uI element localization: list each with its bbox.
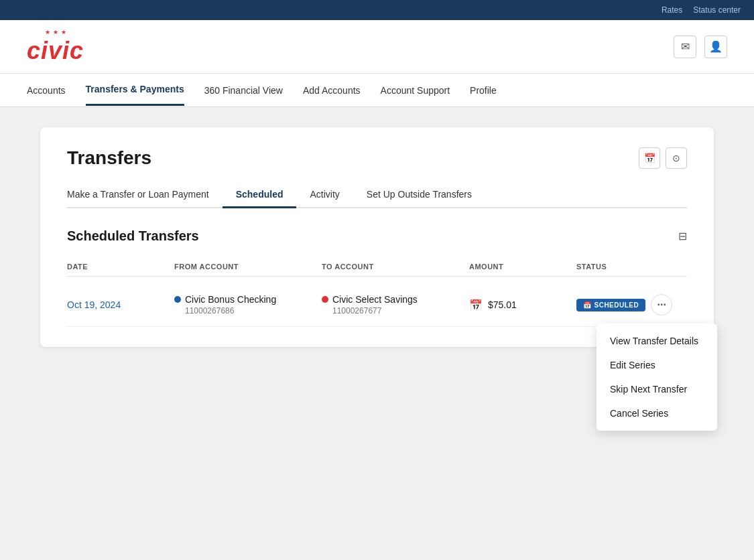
tab-scheduled[interactable]: Scheduled [223, 182, 297, 208]
user-button[interactable]: 👤 [704, 36, 727, 58]
user-icon: 👤 [709, 40, 722, 53]
header: ★ ★ ★ civic ✉ 👤 [0, 20, 754, 74]
filter-icon[interactable]: ⊟ [678, 230, 687, 242]
dropdown-menu: View Transfer Details Edit Series Skip N… [596, 324, 717, 431]
table-row: Oct 19, 2024 Civic Bonus Checking 110002… [67, 283, 687, 327]
calendar-icon-button[interactable]: 📅 [639, 147, 660, 169]
dropdown-skip-transfer[interactable]: Skip Next Transfer [596, 377, 717, 401]
status-badge-text: SCHEDULED [594, 301, 639, 309]
section-header: Scheduled Transfers ⊟ [67, 228, 687, 244]
logo-text: civic [27, 37, 84, 65]
mail-button[interactable]: ✉ [674, 36, 696, 58]
card-header: Transfers 📅 ⊙ [67, 147, 687, 169]
tab-activity[interactable]: Activity [296, 182, 353, 207]
card-action-icons: 📅 ⊙ [639, 147, 687, 169]
tab-outside-transfers[interactable]: Set Up Outside Transfers [353, 182, 485, 207]
from-account-name-text: Civic Bonus Checking [185, 294, 276, 305]
nav-item-accounts[interactable]: Accounts [27, 76, 66, 105]
amount-calendar-icon: 📅 [469, 299, 483, 311]
from-account-num: 11000267686 [174, 306, 322, 316]
nav-item-add-accounts[interactable]: Add Accounts [303, 76, 361, 105]
col-header-to: TO ACCOUNT [322, 263, 469, 271]
table-header: DATE FROM ACCOUNT TO ACCOUNT AMOUNT STAT… [67, 257, 687, 277]
to-account-num: 11000267677 [322, 306, 469, 316]
tab-make-transfer[interactable]: Make a Transfer or Loan Payment [67, 182, 223, 207]
to-account-name: Civic Select Savings [322, 294, 469, 305]
header-icons: ✉ 👤 [674, 36, 727, 58]
dropdown-cancel-series[interactable]: Cancel Series [596, 401, 717, 425]
nav-item-transfers[interactable]: Transfers & Payments [86, 74, 184, 106]
col-header-from: FROM ACCOUNT [174, 263, 322, 271]
nav-item-account-support[interactable]: Account Support [381, 76, 450, 105]
main-content: Transfers 📅 ⊙ Make a Transfer or Loan Pa… [0, 107, 754, 367]
transfers-card: Transfers 📅 ⊙ Make a Transfer or Loan Pa… [40, 127, 714, 347]
section-title: Scheduled Transfers [67, 228, 199, 244]
page-title: Transfers [67, 147, 151, 169]
logo: ★ ★ ★ civic [27, 29, 84, 65]
mail-icon: ✉ [681, 40, 690, 53]
to-account-name-text: Civic Select Savings [332, 294, 418, 305]
transfer-amount: $75.01 [488, 299, 517, 310]
col-header-amount: AMOUNT [469, 263, 576, 271]
status-cell: 📅 SCHEDULED ··· View Transfer Details Ed… [576, 294, 710, 316]
status-badge-icon: 📅 [583, 301, 592, 309]
calendar-icon: 📅 [644, 153, 655, 163]
from-account-name: Civic Bonus Checking [174, 294, 322, 305]
amount-cell: 📅 $75.01 [469, 299, 576, 311]
nav-item-360[interactable]: 360 Financial View [204, 76, 283, 105]
from-account-cell: Civic Bonus Checking 11000267686 [174, 294, 322, 316]
star-icon-1: ★ [45, 29, 50, 36]
help-icon: ⊙ [672, 153, 680, 163]
transfer-date: Oct 19, 2024 [67, 299, 174, 310]
tabs: Make a Transfer or Loan Payment Schedule… [67, 182, 687, 208]
status-center-link[interactable]: Status center [693, 5, 741, 15]
top-bar: Rates Status center [0, 0, 754, 20]
dropdown-view-details[interactable]: View Transfer Details [596, 329, 717, 353]
logo-stars: ★ ★ ★ [27, 29, 84, 36]
to-account-dot [322, 296, 328, 303]
star-icon-2: ★ [53, 29, 58, 36]
star-icon-3: ★ [61, 29, 66, 36]
dropdown-edit-series[interactable]: Edit Series [596, 353, 717, 377]
main-nav: Accounts Transfers & Payments 360 Financ… [0, 74, 754, 107]
from-account-dot [174, 296, 181, 303]
col-header-status: STATUS [576, 263, 710, 271]
col-header-date: DATE [67, 263, 174, 271]
nav-item-profile[interactable]: Profile [470, 76, 497, 105]
status-badge: 📅 SCHEDULED [576, 299, 645, 311]
rates-link[interactable]: Rates [662, 5, 682, 15]
more-options-button[interactable]: ··· [651, 294, 672, 316]
help-icon-button[interactable]: ⊙ [666, 147, 687, 169]
to-account-cell: Civic Select Savings 11000267677 [322, 294, 469, 316]
